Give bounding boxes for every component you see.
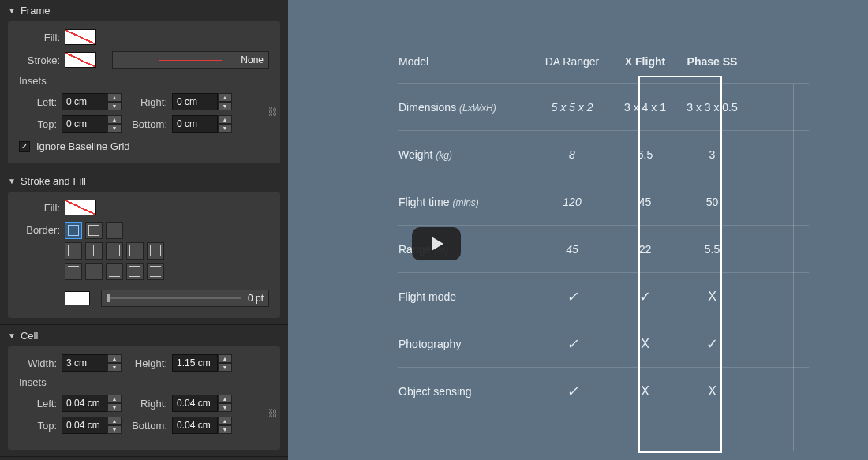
- check-icon[interactable]: ✓: [706, 336, 718, 352]
- cell-height-input[interactable]: [172, 354, 218, 372]
- border-vmid[interactable]: [85, 242, 103, 260]
- cell[interactable]: 6.5: [612, 148, 679, 161]
- check-icon[interactable]: ✓: [639, 289, 651, 305]
- stepper-up-icon[interactable]: ▲: [107, 115, 122, 124]
- cell-left-stepper[interactable]: ▲▼: [62, 395, 125, 412]
- border-allh[interactable]: [147, 263, 164, 280]
- inset-right-stepper[interactable]: ▲▼: [172, 93, 235, 110]
- fill-swatch[interactable]: [65, 29, 96, 45]
- border-outer[interactable]: [85, 222, 103, 239]
- video-play-button[interactable]: [412, 227, 461, 260]
- border-lr[interactable]: [126, 242, 144, 260]
- stepper-up-icon[interactable]: ▲: [218, 395, 232, 403]
- x-icon[interactable]: X: [708, 290, 716, 303]
- cell[interactable]: 5.5: [679, 243, 746, 256]
- header-model[interactable]: Model: [398, 55, 533, 68]
- stepper-up-icon[interactable]: ▲: [218, 93, 232, 102]
- cell-bottom-stepper[interactable]: ▲▼: [172, 417, 235, 434]
- row-label[interactable]: Photography: [398, 338, 533, 350]
- inset-left-stepper[interactable]: ▲▼: [62, 93, 125, 110]
- stepper-up-icon[interactable]: ▲: [218, 417, 232, 425]
- x-icon[interactable]: X: [708, 384, 716, 398]
- header-c3[interactable]: Phase SS: [679, 55, 746, 68]
- x-icon[interactable]: X: [641, 337, 649, 350]
- stepper-down-icon[interactable]: ▼: [107, 403, 122, 412]
- stepper-down-icon[interactable]: ▼: [218, 124, 232, 133]
- border-allv[interactable]: [147, 242, 164, 260]
- stepper-up-icon[interactable]: ▲: [218, 354, 232, 363]
- cell[interactable]: 22: [612, 243, 679, 256]
- row-label[interactable]: Object sensing: [398, 385, 533, 398]
- border-hmid[interactable]: [85, 263, 103, 280]
- cell-width-stepper[interactable]: ▲▼: [62, 354, 125, 372]
- ignore-baseline-checkbox[interactable]: ✓ Ignore Baseline Grid: [19, 140, 269, 152]
- stroke-style-dropdown[interactable]: None: [112, 51, 269, 69]
- cell-top-input[interactable]: [62, 417, 107, 434]
- stepper-up-icon[interactable]: ▲: [107, 93, 122, 102]
- stepper-down-icon[interactable]: ▼: [218, 363, 232, 372]
- row-label[interactable]: Flight mode: [398, 290, 533, 303]
- document-canvas[interactable]: Model DA Ranger X Flight Phase SS Dimens…: [288, 0, 868, 460]
- valign-panel-header[interactable]: ▼ Vertical Alignment: [0, 457, 288, 460]
- cell[interactable]: 3 x 3 x 0.5: [679, 101, 746, 114]
- cell-right-stepper[interactable]: ▲▼: [172, 395, 235, 412]
- inset-top-input[interactable]: [62, 115, 107, 133]
- stepper-down-icon[interactable]: ▼: [107, 102, 122, 110]
- stepper-down-icon[interactable]: ▼: [218, 425, 232, 434]
- stepper-down-icon[interactable]: ▼: [218, 102, 232, 110]
- x-icon[interactable]: X: [641, 384, 649, 398]
- cell[interactable]: 3 x 4 x 1: [612, 101, 679, 114]
- cell-panel-header[interactable]: ▼ Cell: [0, 325, 288, 346]
- stroke-color-swatch[interactable]: [65, 291, 90, 305]
- cell-top-stepper[interactable]: ▲▼: [62, 417, 125, 434]
- border-tb[interactable]: [126, 263, 144, 280]
- link-cell-insets-icon[interactable]: ⛓: [268, 402, 279, 424]
- stepper-up-icon[interactable]: ▲: [218, 115, 232, 124]
- border-all[interactable]: [65, 222, 82, 239]
- cell[interactable]: 5 x 5 x 2: [533, 101, 612, 114]
- inset-bottom-stepper[interactable]: ▲▼: [172, 115, 235, 133]
- border-bottom[interactable]: [106, 263, 123, 280]
- cell[interactable]: 8: [533, 148, 612, 161]
- cell[interactable]: 45: [533, 243, 612, 256]
- border-right[interactable]: [106, 242, 123, 260]
- stepper-up-icon[interactable]: ▲: [107, 417, 122, 425]
- cell-height-stepper[interactable]: ▲▼: [172, 354, 235, 372]
- border-left[interactable]: [65, 242, 82, 260]
- strokefill-panel-header[interactable]: ▼ Stroke and Fill: [0, 170, 288, 192]
- row-label[interactable]: Dimensions (LxWxH): [398, 101, 533, 114]
- sf-fill-swatch[interactable]: [65, 200, 96, 215]
- header-c1[interactable]: DA Ranger: [533, 55, 612, 68]
- border-inner[interactable]: [106, 222, 123, 239]
- inset-top-stepper[interactable]: ▲▼: [62, 115, 125, 133]
- cell-left-input[interactable]: [62, 395, 107, 412]
- frame-panel-header[interactable]: ▼ Frame: [0, 0, 288, 21]
- comparison-table[interactable]: Model DA Ranger X Flight Phase SS Dimens…: [398, 39, 809, 415]
- stepper-up-icon[interactable]: ▲: [107, 395, 122, 403]
- stepper-down-icon[interactable]: ▼: [218, 403, 232, 412]
- inset-right-input[interactable]: [172, 93, 218, 110]
- check-icon[interactable]: ✓: [567, 336, 578, 352]
- stepper-down-icon[interactable]: ▼: [107, 425, 122, 434]
- cell[interactable]: 50: [679, 196, 746, 208]
- stroke-swatch[interactable]: [65, 52, 96, 68]
- row-label[interactable]: Flight time (mins): [398, 196, 533, 208]
- check-icon[interactable]: ✓: [567, 289, 578, 305]
- cell[interactable]: 45: [612, 196, 679, 208]
- stroke-weight-slider[interactable]: 0 pt: [101, 290, 269, 307]
- check-icon[interactable]: ✓: [567, 383, 578, 399]
- cell-width-input[interactable]: [62, 354, 107, 372]
- inset-left-input[interactable]: [62, 93, 107, 110]
- cell-right-input[interactable]: [172, 395, 218, 412]
- header-c2[interactable]: X Flight: [612, 55, 679, 68]
- stepper-down-icon[interactable]: ▼: [107, 363, 122, 372]
- inset-bottom-input[interactable]: [172, 115, 218, 133]
- stepper-down-icon[interactable]: ▼: [107, 124, 122, 133]
- row-label[interactable]: Weight (kg): [398, 148, 533, 161]
- cell[interactable]: 3: [679, 148, 746, 161]
- link-insets-icon[interactable]: ⛓: [268, 101, 279, 123]
- cell-bottom-input[interactable]: [172, 417, 218, 434]
- cell[interactable]: 120: [533, 196, 612, 208]
- stepper-up-icon[interactable]: ▲: [107, 354, 122, 363]
- border-top[interactable]: [65, 263, 82, 280]
